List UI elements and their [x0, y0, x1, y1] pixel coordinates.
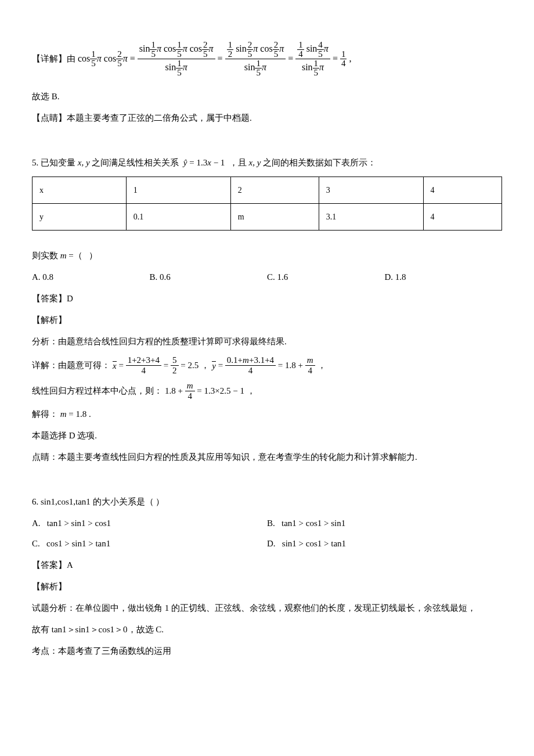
q5-jiexi: 【解析】: [32, 312, 502, 328]
q5-stem-c: ，且: [229, 158, 247, 167]
q4-detail-equation: 【详解】由 cos15π cos25π = sin15π cos15π cos2…: [32, 41, 502, 77]
q5-stem-d: 之间的相关数据如下表所示：: [263, 158, 376, 167]
q4-detail-prefix: 【详解】由: [32, 51, 75, 67]
q5-choice-c: C. 1.6: [267, 269, 385, 285]
q6-choices-row1: A. tan1 > sin1 > cos1 B. tan1 > cos1 > s…: [32, 516, 502, 531]
q6-kaodian: 考点：本题考查了三角函数线的运用: [32, 643, 502, 659]
cell: 3: [319, 177, 423, 204]
q5-xbar-eq: x = 1+2+3+44 = 52 = 2.5: [113, 355, 199, 375]
q5-line2-prefix: 线性回归方程过样本中心点，则：: [32, 383, 163, 399]
q6-answer: 【答案】A: [32, 557, 502, 573]
q6-fenxi2: 故有 tan1＞sin1＞cos1＞0，故选 C.: [32, 622, 502, 638]
cell-x-label: x: [33, 177, 127, 204]
q5-solve-dot: .: [89, 409, 91, 419]
q6-choices-row2: C. cos1 > sin1 > tan1 D. sin1 > cos1 > t…: [32, 536, 502, 552]
q5-m-var: m: [60, 251, 67, 260]
q5-stem: 5. 已知变量 x, y 之间满足线性相关关系 ŷ = 1.3x − 1 ，且 …: [32, 155, 502, 171]
q5-then-text: 则实数: [32, 251, 58, 260]
q6-stem: 6. sin1,cos1,tan1 的大小关系是（ ）: [32, 494, 502, 510]
q6-choice-c: C. cos1 > sin1 > tan1: [32, 536, 267, 552]
q5-data-table: x 1 2 3 4 y 0.1 m 3.1 4: [32, 177, 502, 231]
cell: 4: [423, 204, 501, 231]
q5-detail-line2: 线性回归方程过样本中心点，则： 1.8 + m4 = 1.3×2.5 − 1 ，: [32, 381, 502, 401]
q6-fenxi1: 试题分析：在单位圆中，做出锐角 1 的正切线、正弦线、余弦线，观察他们的长度，发…: [32, 600, 502, 616]
q5-center-eq: 1.8 + m4 = 1.3×2.5 − 1: [165, 381, 244, 401]
q5-choice-a: A. 0.8: [32, 269, 150, 285]
q5-xy-1: x, y: [78, 158, 90, 167]
q5-stem-b: 之间满足线性相关关系: [92, 158, 179, 167]
q4-conclusion: 故选 B.: [32, 89, 502, 105]
cell-y-label: y: [33, 204, 127, 231]
cell: 1: [126, 177, 230, 204]
q5-choice-d: D. 1.8: [385, 269, 503, 285]
q5-regression-eq: ŷ = 1.3x − 1: [181, 158, 227, 167]
q5-dianjing: 点睛：本题主要考查线性回归方程的性质及其应用等知识，意在考查学生的转化能力和计算…: [32, 449, 502, 465]
q5-detail-line1: 详解：由题意可得： x = 1+2+3+44 = 52 = 2.5 ， y = …: [32, 355, 502, 375]
q5-fenxi: 分析：由题意结合线性回归方程的性质整理计算即可求得最终结果.: [32, 334, 502, 350]
q5-choices: A. 0.8 B. 0.6 C. 1.6 D. 1.8: [32, 269, 502, 285]
q5-solve: 解得： m = 1.8 .: [32, 406, 502, 422]
q5-solve-prefix: 解得：: [32, 409, 58, 419]
q4-equation: cos15π cos25π = sin15π cos15π cos25π sin…: [78, 41, 351, 77]
cell: 3.1: [319, 204, 423, 231]
q6-choice-a: A. tan1 > sin1 > cos1: [32, 516, 267, 531]
q6-choice-d: D. sin1 > cos1 > tan1: [267, 536, 346, 552]
cell: 4: [423, 177, 501, 204]
q5-solve-eq: m = 1.8: [60, 409, 87, 419]
q5-stem-a: 5. 已知变量: [32, 158, 75, 167]
q6-choice-b: B. tan1 > cos1 > sin1: [267, 516, 345, 531]
q5-detail-prefix: 详解：由题意可得：: [32, 358, 110, 373]
q6-jiexi: 【解析】: [32, 579, 502, 595]
table-row: x 1 2 3 4: [33, 177, 502, 204]
q5-xy-2: x, y: [249, 158, 261, 167]
q5-line2-suffix: ，: [247, 383, 255, 399]
table-row: y 0.1 m 3.1 4: [33, 204, 502, 231]
q5-then: 则实数 m =（ ）: [32, 248, 502, 264]
q5-answer: 【答案】D: [32, 291, 502, 307]
q5-pick: 本题选择 D 选项.: [32, 428, 502, 444]
q4-note: 【点睛】本题主要考查了正弦的二倍角公式，属于中档题.: [32, 110, 502, 126]
cell: 2: [230, 177, 319, 204]
q5-choice-b: B. 0.6: [150, 269, 268, 285]
q5-ybar-eq: y = 0.1+m+3.1+44 = 1.8 + m4: [212, 355, 315, 375]
cell: m: [230, 204, 319, 231]
cell: 0.1: [126, 204, 230, 231]
